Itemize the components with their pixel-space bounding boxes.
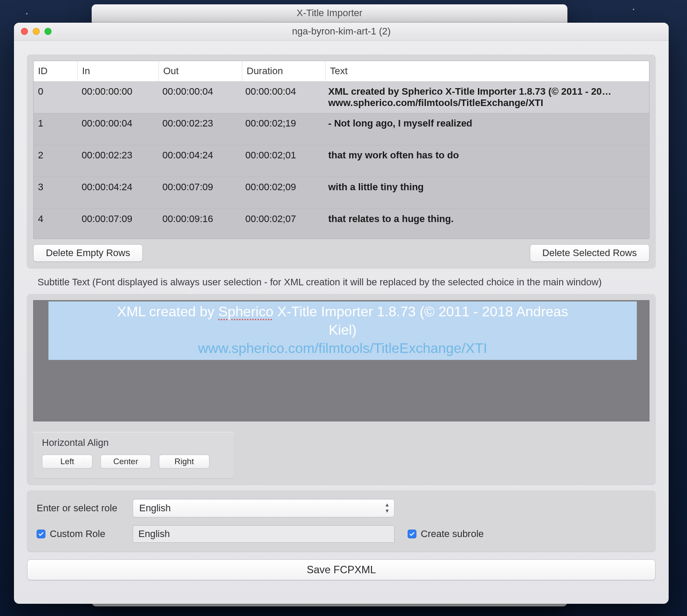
custom-role-field[interactable]: English: [133, 525, 395, 543]
custom-role-checkbox-label[interactable]: Custom Role: [37, 528, 133, 540]
col-duration[interactable]: Duration: [242, 61, 326, 81]
updown-icon: ▲▼: [385, 502, 390, 513]
col-text[interactable]: Text: [326, 61, 649, 81]
subtitle-preview-text[interactable]: XML created by Spherico X-Title Importer…: [48, 301, 637, 360]
create-subrole-checkbox-label[interactable]: Create subrole: [408, 528, 646, 540]
table-row[interactable]: 0 00:00:00:00 00:00:00:04 00:00:00:04 XM…: [34, 82, 649, 113]
align-right-button[interactable]: Right: [159, 455, 210, 469]
table-body[interactable]: 0 00:00:00:00 00:00:00:04 00:00:00:04 XM…: [34, 82, 649, 239]
main-window: nga-byron-kim-art-1 (2) ID In Out Durati…: [14, 23, 669, 604]
align-center-button[interactable]: Center: [100, 455, 151, 469]
table-row[interactable]: 3 00:00:04:24 00:00:07:09 00:00:02;09 wi…: [34, 177, 649, 209]
horizontal-align-label: Horizontal Align: [42, 437, 225, 448]
subtitle-preview[interactable]: XML created by Spherico X-Title Importer…: [33, 300, 649, 421]
col-id[interactable]: ID: [34, 61, 78, 81]
table-header: ID In Out Duration Text: [34, 61, 649, 82]
subtitle-table[interactable]: ID In Out Duration Text 0 00:00:00:00 00…: [33, 61, 649, 239]
horizontal-align-panel: Horizontal Align Left Center Right: [33, 432, 234, 478]
save-fcpxml-button[interactable]: Save FCPXML: [27, 559, 656, 580]
align-left-button[interactable]: Left: [42, 455, 93, 469]
col-out[interactable]: Out: [159, 61, 242, 81]
subtitle-preview-panel: XML created by Spherico X-Title Importer…: [27, 294, 656, 484]
subtitle-note: Subtitle Text (Font displayed is always …: [38, 277, 655, 288]
create-subrole-checkbox[interactable]: [408, 530, 416, 538]
table-row[interactable]: 1 00:00:00:04 00:00:02:23 00:00:02;19 - …: [34, 113, 649, 145]
delete-empty-rows-button[interactable]: Delete Empty Rows: [33, 244, 143, 262]
enter-role-label: Enter or select role: [37, 503, 133, 514]
delete-selected-rows-button[interactable]: Delete Selected Rows: [530, 244, 649, 262]
col-in[interactable]: In: [78, 61, 159, 81]
subtitle-table-panel: ID In Out Duration Text 0 00:00:00:00 00…: [27, 55, 656, 268]
role-panel: Enter or select role English ▲▼ Custom R…: [27, 490, 656, 551]
role-select-value: English: [139, 503, 171, 514]
window-title: nga-byron-kim-art-1 (2): [14, 26, 669, 37]
titlebar: nga-byron-kim-art-1 (2): [14, 23, 669, 41]
background-window-title: X-Title Importer: [92, 4, 567, 22]
table-row[interactable]: 2 00:00:02:23 00:00:04:24 00:00:02;01 th…: [34, 145, 649, 177]
role-select[interactable]: English ▲▼: [133, 499, 395, 517]
table-row[interactable]: 4 00:00:07:09 00:00:09:16 00:00:02;07 th…: [34, 209, 649, 239]
custom-role-checkbox[interactable]: [37, 530, 45, 538]
